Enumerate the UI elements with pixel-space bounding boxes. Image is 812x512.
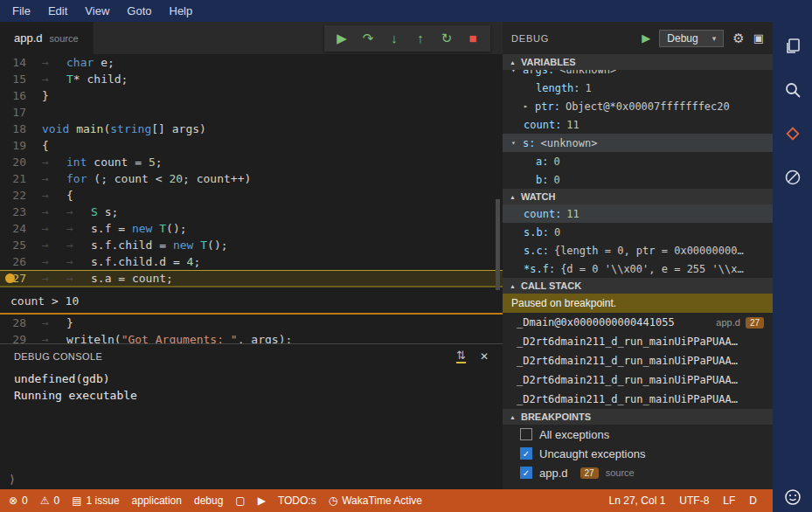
code-line[interactable]: 14→char e; [0, 54, 503, 71]
section-variables[interactable]: ▲ VARIABLES [503, 54, 773, 70]
watch-row[interactable]: s.c:{length = 0, ptr = 0x00000000… [503, 241, 773, 259]
watch-row[interactable]: *s.f:{d = 0 '\\x00', e = 255 '\\x… [503, 259, 773, 278]
watch-row[interactable]: count:11 [503, 204, 773, 223]
code-line[interactable]: 20→int count = 5; [0, 154, 503, 170]
variable-row[interactable]: count:11 [503, 115, 773, 134]
search-icon[interactable] [782, 80, 803, 100]
tab-app-d[interactable]: app.d source [0, 22, 94, 54]
section-watch[interactable]: ▲ WATCH [503, 189, 773, 204]
close-icon[interactable]: ✕ [480, 350, 489, 363]
status-run[interactable]: ▶ [258, 495, 266, 507]
filter-icon[interactable]: ⇅ [456, 349, 466, 363]
code-line[interactable]: 22→{ [0, 187, 503, 204]
menu-item-help[interactable]: Help [161, 2, 202, 20]
breakpoint-condition-widget[interactable]: count > 10 [0, 287, 503, 315]
code-text: { [40, 137, 49, 154]
start-debug-icon[interactable]: ▶ [642, 31, 650, 45]
stack-frame[interactable]: _D2rt6dmain211_d_run_mainUiPPaPUAA… [503, 332, 773, 351]
menu-item-goto[interactable]: Goto [118, 2, 160, 20]
status-debug-config[interactable]: debug [194, 495, 223, 507]
stack-frame[interactable]: _Dmain@0x0000000000441055app.d27 [503, 313, 773, 332]
editor-scrollbar[interactable] [496, 199, 500, 290]
checkbox[interactable] [520, 428, 532, 440]
debug-console-icon[interactable]: ▣ [753, 31, 764, 45]
breakpoint-item[interactable]: ✓app.d27source [503, 463, 773, 482]
console-input-prompt[interactable]: ⟩ [9, 473, 16, 486]
collapse-icon: ▲ [510, 283, 516, 289]
files-icon[interactable] [782, 36, 803, 57]
line-number[interactable]: 22 [0, 187, 40, 204]
run-icon: ▶ [258, 495, 266, 507]
step-over-button[interactable]: ↷ [357, 29, 378, 48]
checkbox[interactable]: ✓ [520, 447, 532, 460]
code-line[interactable]: 28→} [0, 315, 503, 331]
code-line[interactable]: 25→→s.f.child = new T(); [0, 237, 503, 253]
line-number[interactable]: 19 [0, 137, 40, 154]
debug-config-dropdown[interactable]: Debug ▾ [659, 30, 724, 47]
status-errors[interactable]: ⊗0 [9, 495, 28, 507]
code-line[interactable]: 19{ [0, 137, 503, 154]
step-out-button[interactable]: ↑ [410, 29, 431, 48]
step-into-button[interactable]: ↓ [384, 29, 405, 48]
restart-button[interactable]: ↻ [436, 29, 457, 48]
code-line[interactable]: 16} [0, 87, 503, 104]
line-number[interactable]: 29 [0, 331, 40, 343]
smiley-icon[interactable] [773, 488, 812, 506]
section-call-stack[interactable]: ▲ CALL STACK [503, 278, 773, 294]
code-line[interactable]: 27→→s.a = count; [0, 270, 503, 287]
code-line[interactable]: 24→→s.f = new T(); [0, 220, 503, 237]
status-warnings[interactable]: ⚠0 [40, 495, 59, 507]
diamond-icon[interactable] [782, 123, 803, 144]
code-line[interactable]: 26→→s.f.child.d = 4; [0, 253, 503, 270]
menu-item-edit[interactable]: Edit [39, 2, 76, 20]
code-line[interactable]: 17 [0, 104, 503, 121]
line-number[interactable]: 18 [0, 121, 40, 137]
gear-icon[interactable]: ⚙ [732, 31, 744, 46]
section-breakpoints[interactable]: ▲ BREAKPOINTS [503, 409, 773, 425]
status-file[interactable]: ▢ [235, 495, 245, 507]
continue-button[interactable]: ▶ [331, 29, 352, 48]
status-wakatime[interactable]: ◷WakaTime Active [329, 495, 422, 507]
stack-frame[interactable]: _D2rt6dmain211_d_run_mainUiPPaPUAA… [503, 370, 773, 390]
code-line[interactable]: 23→→S s; [0, 204, 503, 220]
line-number[interactable]: 17 [0, 104, 40, 121]
line-number[interactable]: 15 [0, 71, 40, 87]
line-number[interactable]: 20 [0, 154, 40, 170]
watch-row[interactable]: s.b:0 [503, 223, 773, 241]
code-line[interactable]: 15→T* child; [0, 71, 503, 87]
status-issues[interactable]: ▤1 issue [72, 495, 119, 507]
variable-row[interactable]: ▸ptr:Object@*0x00007fffffffec20 [503, 97, 773, 115]
stack-frame[interactable]: _D2rt6dmain211_d_run_mainUiPPaPUAA… [503, 351, 773, 370]
status-todos[interactable]: TODO:s [278, 495, 316, 507]
status-language-mode[interactable]: D [749, 495, 757, 507]
variable-row[interactable]: ▾s:<unknown> [503, 134, 773, 152]
variable-row[interactable]: b:0 [503, 170, 773, 189]
line-number[interactable]: 24 [0, 220, 40, 237]
code-line[interactable]: 18void main(string[] args) [0, 121, 503, 137]
line-number[interactable]: 25 [0, 237, 40, 253]
line-number[interactable]: 16 [0, 87, 40, 104]
menu-item-view[interactable]: View [76, 2, 118, 20]
menu-item-file[interactable]: File [3, 2, 39, 20]
line-number[interactable]: 21 [0, 170, 40, 187]
variable-row[interactable]: ▾args:<unknown> [503, 70, 773, 79]
status-eol[interactable]: LF [723, 495, 735, 507]
stack-frame[interactable]: _D2rt6dmain211_d_run_mainUiPPaPUAA… [503, 390, 773, 409]
stop-button[interactable]: ■ [462, 29, 483, 48]
variable-row[interactable]: length:1 [503, 79, 773, 97]
line-number[interactable]: 14 [0, 54, 40, 71]
breakpoint-dot[interactable] [5, 273, 15, 283]
status-application[interactable]: application [132, 495, 182, 507]
variable-row[interactable]: a:0 [503, 152, 773, 170]
code-line[interactable]: 29→writeln("Got Arguments: ", args); [0, 331, 503, 343]
status-encoding[interactable]: UTF-8 [679, 495, 709, 507]
status-cursor-position[interactable]: Ln 27, Col 1 [609, 495, 666, 507]
line-number[interactable]: 23 [0, 204, 40, 220]
line-number[interactable]: 26 [0, 253, 40, 270]
checkbox[interactable]: ✓ [520, 467, 532, 479]
breakpoint-item[interactable]: All exceptions [503, 425, 773, 444]
line-number[interactable]: 28 [0, 315, 40, 331]
breakpoint-item[interactable]: ✓Uncaught exceptions [503, 444, 773, 463]
debug-off-icon[interactable] [782, 167, 803, 188]
code-line[interactable]: 21→for (; count < 20; count++) [0, 170, 503, 187]
